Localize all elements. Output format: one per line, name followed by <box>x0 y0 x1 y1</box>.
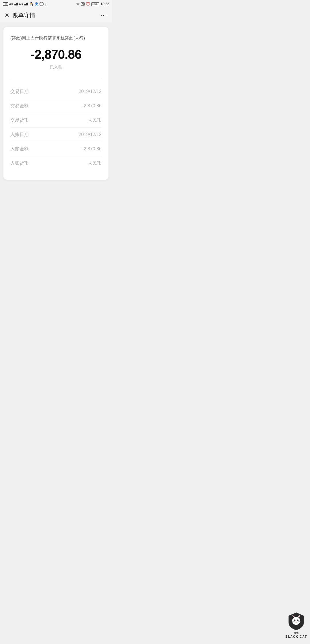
signal-bars-2 <box>24 3 28 5</box>
network-4g-2: 4G <box>19 3 23 6</box>
transaction-status: 已入账 <box>10 65 102 70</box>
transaction-amount: -2,870.86 <box>10 47 102 62</box>
detail-label: 入账金额 <box>10 146 29 152</box>
app-icon-wechat: 💬 <box>39 2 44 6</box>
status-right: 👁 N ⏰ 66% 13:22 <box>76 2 109 6</box>
detail-label: 入账货币 <box>10 160 29 166</box>
transaction-card: (还款)网上支付跨行清算系统还款(人行) -2,870.86 已入账 交易日期2… <box>3 27 108 180</box>
top-navigation: ✕ 账单详情 ··· <box>0 8 112 22</box>
nav-left: ✕ 账单详情 <box>5 11 35 19</box>
detail-value: 2019/12/12 <box>79 89 102 94</box>
detail-value: 2019/12/12 <box>79 132 102 137</box>
detail-row: 入账货币人民币 <box>10 156 102 170</box>
network-4g: 4G <box>9 3 13 6</box>
detail-label: 交易货币 <box>10 117 29 123</box>
more-button[interactable]: ··· <box>100 11 107 19</box>
nfc-icon: N <box>81 2 85 6</box>
detail-label: 交易金额 <box>10 103 29 109</box>
detail-value: -2,870.86 <box>82 146 102 152</box>
page-title: 账单详情 <box>12 11 35 19</box>
divider <box>10 79 102 79</box>
battery-icon: 66% <box>91 2 99 6</box>
detail-value: -2,870.86 <box>82 103 102 108</box>
transaction-title: (还款)网上支付跨行清算系统还款(人行) <box>10 35 102 42</box>
app-icon-qq: 🐧 <box>29 2 34 6</box>
detail-row: 入账金额-2,870.86 <box>10 142 102 156</box>
status-bar: HD 4G 4G 🐧 支 💬 ♪ 👁 N ⏰ 66% 13:22 <box>0 0 112 8</box>
detail-rows: 交易日期2019/12/12交易金额-2,870.86交易货币人民币入账日期20… <box>10 85 102 170</box>
detail-value: 人民币 <box>88 117 102 123</box>
time-display: 13:22 <box>100 2 109 6</box>
app-icon-alipay: 支 <box>35 1 38 7</box>
status-left: HD 4G 4G 🐧 支 💬 ♪ <box>3 1 46 7</box>
detail-label: 入账日期 <box>10 132 29 138</box>
detail-row: 交易日期2019/12/12 <box>10 85 102 99</box>
alarm-icon: ⏰ <box>86 2 90 6</box>
signal-bars <box>14 3 18 5</box>
app-icon-tiktok: ♪ <box>45 2 47 6</box>
detail-row: 交易货币人民币 <box>10 113 102 128</box>
detail-row: 入账日期2019/12/12 <box>10 128 102 142</box>
eye-icon: 👁 <box>76 2 80 6</box>
close-button[interactable]: ✕ <box>5 12 9 18</box>
detail-label: 交易日期 <box>10 89 29 95</box>
detail-row: 交易金额-2,870.86 <box>10 99 102 113</box>
hd1-label: HD <box>3 2 8 6</box>
detail-value: 人民币 <box>88 160 102 166</box>
